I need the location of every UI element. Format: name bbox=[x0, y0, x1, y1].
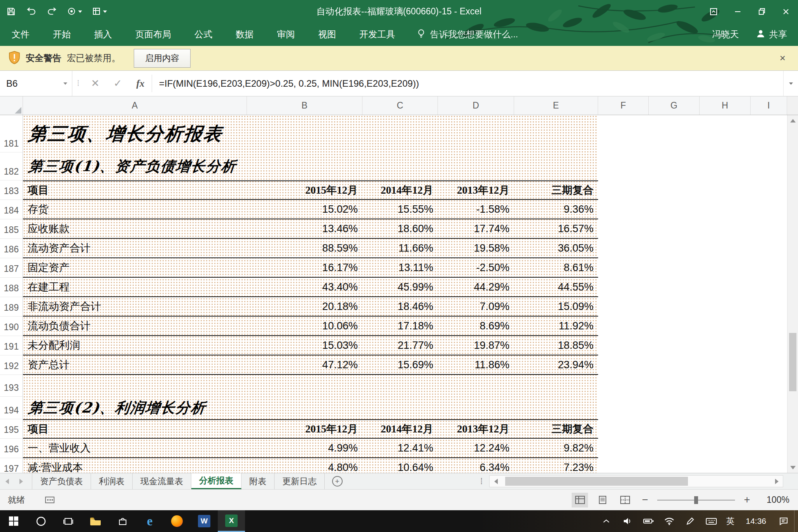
zoom-slider[interactable] bbox=[657, 493, 735, 508]
column-header-B[interactable]: B bbox=[247, 96, 362, 115]
cell-C196[interactable]: 12.41% bbox=[362, 439, 438, 457]
cell-C184[interactable]: 15.55% bbox=[362, 200, 438, 219]
scroll-down-icon[interactable] bbox=[788, 462, 798, 473]
ribbon-tab-公式[interactable]: 公式 bbox=[183, 23, 224, 46]
cell-C187[interactable]: 13.11% bbox=[362, 258, 438, 277]
cell-A197[interactable]: 减:营业成本 bbox=[23, 458, 247, 473]
cell-B192[interactable]: 47.12% bbox=[247, 355, 362, 374]
cell-B191[interactable]: 15.03% bbox=[247, 336, 362, 355]
row-header-184[interactable]: 184 bbox=[0, 200, 23, 219]
speaker-icon[interactable] bbox=[617, 510, 638, 532]
cell-E190[interactable]: 11.92% bbox=[514, 317, 598, 335]
cell-B197[interactable]: 4.80% bbox=[247, 458, 362, 473]
cell-D186[interactable]: 19.58% bbox=[438, 239, 514, 257]
macro-record-icon[interactable] bbox=[45, 497, 54, 504]
file-explorer-icon[interactable] bbox=[82, 510, 109, 532]
page-layout-view-icon[interactable] bbox=[594, 493, 611, 508]
ribbon-tab-插入[interactable]: 插入 bbox=[82, 23, 124, 46]
account-user-name[interactable]: 冯晓天 bbox=[712, 28, 739, 40]
cell-B189[interactable]: 20.18% bbox=[247, 297, 362, 316]
ribbon-tab-数据[interactable]: 数据 bbox=[224, 23, 265, 46]
close-button[interactable] bbox=[774, 0, 798, 23]
scroll-left-icon[interactable] bbox=[490, 476, 502, 487]
cell-E195[interactable]: 三期复合 bbox=[514, 420, 598, 438]
cell-C195[interactable]: 2014年12月 bbox=[362, 420, 438, 438]
cell-E191[interactable]: 18.85% bbox=[514, 336, 598, 355]
ribbon-tab-视图[interactable]: 视图 bbox=[306, 23, 348, 46]
cell-C190[interactable]: 17.18% bbox=[362, 317, 438, 335]
cell-A185[interactable]: 应收账款 bbox=[23, 219, 247, 238]
ime-indicator[interactable]: 英 bbox=[722, 510, 739, 532]
cell-B188[interactable]: 43.40% bbox=[247, 278, 362, 296]
scroll-up-icon[interactable] bbox=[788, 115, 798, 126]
cell-C192[interactable]: 15.69% bbox=[362, 355, 438, 374]
cell-E184[interactable]: 9.36% bbox=[514, 200, 598, 219]
name-box[interactable]: B6 bbox=[0, 71, 72, 96]
restore-button[interactable] bbox=[750, 0, 774, 23]
column-header-H[interactable]: H bbox=[700, 96, 751, 115]
sheet-tab-更新日志[interactable]: 更新日志 bbox=[275, 473, 325, 489]
tell-me-box[interactable]: 告诉我您想要做什么... bbox=[417, 23, 518, 46]
column-header-E[interactable]: E bbox=[514, 96, 598, 115]
cell-E185[interactable]: 16.57% bbox=[514, 219, 598, 238]
cortana-icon[interactable] bbox=[27, 510, 54, 532]
row-header-182[interactable]: 182 bbox=[0, 152, 23, 180]
cell-A189[interactable]: 非流动资产合计 bbox=[23, 297, 247, 316]
ribbon-tab-文件[interactable]: 文件 bbox=[0, 23, 41, 46]
cell-E192[interactable]: 23.94% bbox=[514, 355, 598, 374]
vertical-scrollbar[interactable] bbox=[787, 115, 798, 473]
cell-A184[interactable]: 存货 bbox=[23, 200, 247, 219]
tray-chevron-icon[interactable] bbox=[596, 510, 617, 532]
start-button[interactable] bbox=[0, 510, 27, 532]
message-bar-close-icon[interactable]: × bbox=[776, 52, 789, 64]
row-header-192[interactable]: 192 bbox=[0, 355, 23, 375]
cell-E197[interactable]: 7.23% bbox=[514, 458, 598, 473]
column-header-C[interactable]: C bbox=[362, 96, 438, 115]
cell-D184[interactable]: -1.58% bbox=[438, 200, 514, 219]
task-view-icon[interactable] bbox=[54, 510, 82, 532]
cell-A191[interactable]: 未分配利润 bbox=[23, 336, 247, 355]
row-header-183[interactable]: 183 bbox=[0, 180, 23, 200]
cell-E186[interactable]: 36.05% bbox=[514, 239, 598, 257]
sheet-tab-资产负债表[interactable]: 资产负债表 bbox=[32, 473, 91, 489]
column-header-D[interactable]: D bbox=[438, 96, 514, 115]
column-header-A[interactable]: A bbox=[23, 96, 247, 115]
cell-E188[interactable]: 44.55% bbox=[514, 278, 598, 296]
word-icon[interactable]: W bbox=[191, 510, 218, 532]
row-header-196[interactable]: 196 bbox=[0, 439, 23, 458]
enable-content-button[interactable]: 启用内容 bbox=[134, 49, 191, 68]
column-header-I[interactable]: I bbox=[751, 96, 787, 115]
horizontal-scrollbar[interactable] bbox=[489, 475, 783, 487]
row-header-187[interactable]: 187 bbox=[0, 258, 23, 278]
select-all-corner[interactable] bbox=[0, 96, 23, 115]
cell-B184[interactable]: 15.02% bbox=[247, 200, 362, 219]
row-header-188[interactable]: 188 bbox=[0, 278, 23, 297]
cell-D185[interactable]: 17.74% bbox=[438, 219, 514, 238]
show-desktop-button[interactable] bbox=[794, 510, 798, 532]
zoom-slider-handle[interactable] bbox=[694, 496, 698, 504]
clock[interactable]: 14:36 bbox=[739, 510, 773, 532]
column-header-F[interactable]: F bbox=[598, 96, 649, 115]
row-header-194[interactable]: 194 bbox=[0, 397, 23, 419]
pen-icon[interactable] bbox=[680, 510, 701, 532]
sheet-tab-利润表[interactable]: 利润表 bbox=[91, 473, 133, 489]
minimize-button[interactable] bbox=[726, 0, 750, 23]
name-box-caret-icon[interactable] bbox=[63, 82, 67, 85]
touch-keyboard-icon[interactable] bbox=[701, 510, 722, 532]
cell-D192[interactable]: 11.86% bbox=[438, 355, 514, 374]
cell-E183[interactable]: 三期复合 bbox=[514, 181, 598, 199]
cancel-entry-icon[interactable]: ✕ bbox=[84, 71, 107, 96]
store-icon[interactable] bbox=[109, 510, 136, 532]
row-header-195[interactable]: 195 bbox=[0, 419, 23, 439]
cell-C191[interactable]: 21.77% bbox=[362, 336, 438, 355]
ribbon-tab-开始[interactable]: 开始 bbox=[41, 23, 82, 46]
excel-taskbar-icon[interactable]: X bbox=[218, 510, 245, 532]
cell-A183[interactable]: 项目 bbox=[23, 181, 247, 199]
horizontal-scroll-thumb[interactable] bbox=[505, 477, 688, 486]
cell-B183[interactable]: 2015年12月 bbox=[247, 181, 362, 199]
cell-A186[interactable]: 流动资产合计 bbox=[23, 239, 247, 257]
formula-input[interactable]: =IF(MIN(E196,E203,E209)>0.25, 0.25, MIN(… bbox=[152, 71, 783, 96]
cell-A195[interactable]: 项目 bbox=[23, 420, 247, 438]
edge-icon[interactable]: e bbox=[136, 510, 163, 532]
sheet-tab-分析报表[interactable]: 分析报表 bbox=[191, 473, 242, 489]
